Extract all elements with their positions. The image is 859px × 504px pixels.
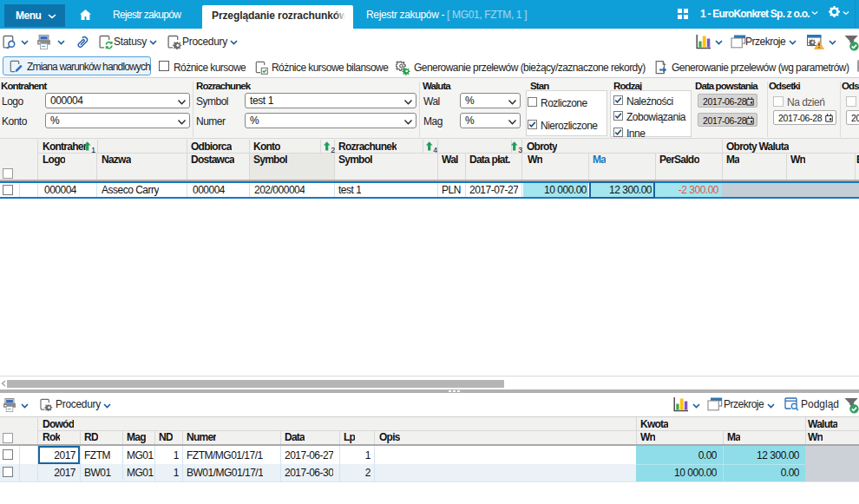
svg-text:4: 4 [433,146,437,153]
svg-text:1: 1 [91,146,95,153]
svg-text:2: 2 [331,146,335,153]
svg-text:3: 3 [518,146,522,153]
